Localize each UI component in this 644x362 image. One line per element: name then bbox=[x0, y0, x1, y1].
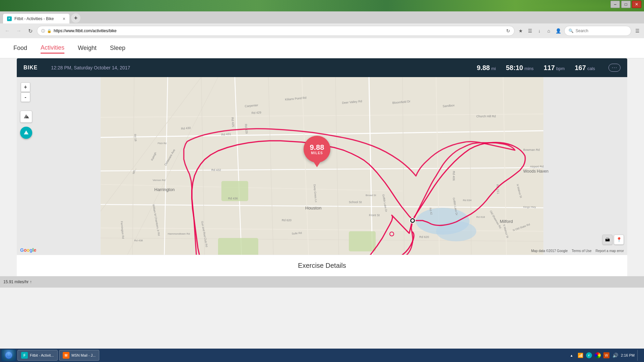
fitbit-tray-icon[interactable]: F bbox=[586, 352, 592, 358]
svg-text:Rd 432: Rd 432 bbox=[211, 168, 221, 172]
profile-icon[interactable]: 👤 bbox=[554, 27, 562, 35]
svg-text:Milford: Milford bbox=[500, 219, 513, 224]
more-options-button[interactable]: ··· bbox=[608, 64, 621, 72]
google-logo: Google bbox=[20, 247, 36, 253]
terms-link[interactable]: Terms of Use bbox=[572, 249, 592, 253]
svg-text:Kings Hwy: Kings Hwy bbox=[523, 205, 536, 208]
taskbar-msn-item[interactable]: M MSN Mail - J... bbox=[59, 350, 99, 361]
clock-time: 2:16 PM bbox=[621, 353, 635, 358]
tray-expand-icon[interactable]: ▲ bbox=[569, 352, 575, 358]
duration-value: 58:10 bbox=[506, 64, 523, 72]
network-icon[interactable]: 📶 bbox=[577, 352, 583, 358]
tab-title: Fitbit - Activities - Bike bbox=[14, 16, 54, 21]
color-tray-icon[interactable] bbox=[595, 352, 601, 358]
system-clock[interactable]: 2:16 PM bbox=[621, 353, 635, 358]
tab-close-icon[interactable]: × bbox=[63, 16, 65, 21]
close-button[interactable]: ✕ bbox=[632, 1, 641, 8]
show-desktop-button[interactable] bbox=[637, 350, 640, 361]
svg-text:Rd 406: Rd 406 bbox=[452, 171, 455, 181]
svg-point-23 bbox=[436, 221, 476, 241]
bookmark-list-icon[interactable]: ☰ bbox=[526, 27, 534, 35]
nav-activities[interactable]: Activities bbox=[41, 43, 64, 54]
minimize-button[interactable]: – bbox=[610, 1, 620, 8]
svg-text:Rd 438: Rd 438 bbox=[134, 239, 143, 242]
svg-text:Church Hill Rd: Church Hill Rd bbox=[476, 115, 496, 118]
svg-text:School St: School St bbox=[349, 200, 362, 204]
calories-stat: 167 cals bbox=[575, 64, 595, 72]
overflow-menu-icon[interactable]: ☰ bbox=[633, 27, 641, 35]
svg-rect-26 bbox=[349, 231, 376, 251]
nav-weight[interactable]: Weight bbox=[78, 43, 97, 53]
svg-text:Rd 429: Rd 429 bbox=[252, 111, 262, 115]
address-input[interactable] bbox=[54, 28, 504, 33]
svg-marker-81 bbox=[24, 130, 29, 134]
badge-miles-value: 9.88 bbox=[310, 144, 324, 151]
tab-favicon: F bbox=[7, 16, 12, 21]
report-error-link[interactable]: Report a map error bbox=[596, 249, 624, 253]
activity-datetime: 12:28 PM, Saturday October 14, 2017 bbox=[51, 65, 130, 70]
svg-text:Airport Rd: Airport Rd bbox=[530, 165, 544, 168]
svg-text:Rd 618: Rd 618 bbox=[476, 216, 485, 219]
activity-type-label: BIKE bbox=[23, 65, 38, 71]
svg-text:Pitch Rd: Pitch Rd bbox=[158, 142, 167, 144]
zoom-in-button[interactable]: + bbox=[21, 82, 30, 92]
search-bar[interactable]: 🔍 bbox=[564, 26, 631, 36]
bookmark-star-icon[interactable]: ★ bbox=[517, 27, 525, 35]
home-icon[interactable]: ⌂ bbox=[545, 27, 553, 35]
reload-button[interactable]: ↻ bbox=[25, 26, 35, 36]
new-tab-button[interactable]: + bbox=[71, 13, 80, 23]
zoom-out-button[interactable]: - bbox=[21, 93, 30, 102]
maximize-button[interactable]: □ bbox=[621, 1, 631, 8]
browser-tab-fitbit[interactable]: F Fitbit - Activities - Bike × bbox=[3, 13, 70, 23]
distance-value: 9.88 bbox=[477, 64, 490, 72]
download-icon[interactable]: ↓ bbox=[535, 27, 543, 35]
svg-text:Vernon Rd: Vernon Rd bbox=[153, 179, 165, 182]
svg-text:Harrington: Harrington bbox=[154, 187, 175, 192]
svg-text:Houston: Houston bbox=[305, 205, 321, 210]
exercise-details-title: Exercise Details bbox=[298, 262, 346, 269]
svg-text:Rd 436: Rd 436 bbox=[228, 197, 238, 200]
speed-status: 15.91 miles/hr ↑ bbox=[3, 280, 32, 284]
search-icon: 🔍 bbox=[569, 28, 574, 33]
taskbar-fitbit-item[interactable]: F Fitbit - Activit... bbox=[17, 350, 58, 361]
address-reload-icon[interactable]: ↻ bbox=[506, 28, 510, 34]
sound-icon[interactable]: 🔊 bbox=[612, 352, 618, 358]
distance-stat: 9.88 mi bbox=[477, 64, 496, 72]
msn-taskbar-label: MSN Mail - J... bbox=[71, 353, 96, 357]
bpm-value: 117 bbox=[544, 64, 555, 72]
terrain-button[interactable] bbox=[20, 111, 32, 123]
forward-button[interactable]: → bbox=[14, 26, 23, 36]
bpm-stat: 117 bpm bbox=[544, 64, 565, 72]
address-bar[interactable]: ⓘ 🔒 ↻ bbox=[37, 26, 515, 36]
fitbit-taskbar-label: Fitbit - Activit... bbox=[30, 353, 54, 357]
nav-food[interactable]: Food bbox=[13, 43, 27, 53]
svg-text:Rd 620: Rd 620 bbox=[419, 235, 429, 239]
svg-text:Bowman Rd: Bowman Rd bbox=[523, 148, 540, 152]
badge-miles-label: MILES bbox=[311, 151, 323, 155]
start-button[interactable] bbox=[1, 349, 16, 361]
map-view-toggle: 🏔 📍 bbox=[602, 235, 624, 245]
svg-point-77 bbox=[411, 219, 414, 222]
nav-sleep[interactable]: Sleep bbox=[110, 43, 125, 53]
calories-unit: cals bbox=[587, 66, 595, 71]
map-location-toggle[interactable]: 📍 bbox=[614, 235, 624, 245]
svg-text:Hammondtown Rd: Hammondtown Rd bbox=[168, 232, 190, 235]
distance-unit: mi bbox=[491, 66, 496, 71]
security-icon: ⓘ bbox=[41, 28, 45, 34]
svg-text:Front St: Front St bbox=[369, 214, 380, 217]
duration-unit: mins bbox=[524, 66, 533, 71]
search-input[interactable] bbox=[576, 28, 627, 33]
distance-badge: 9.88 MILES bbox=[304, 136, 330, 163]
fitbit-taskbar-icon: F bbox=[21, 352, 28, 359]
back-button[interactable]: ← bbox=[3, 26, 12, 36]
windows-security-icon[interactable]: W bbox=[603, 352, 609, 358]
duration-stat: 58:10 mins bbox=[506, 64, 534, 72]
calories-value: 167 bbox=[575, 64, 586, 72]
svg-text:Rd 620: Rd 620 bbox=[282, 219, 291, 222]
map-attribution: Map data ©2017 Google Terms of Use Repor… bbox=[531, 249, 624, 253]
fitbit-map-button[interactable] bbox=[20, 127, 32, 139]
map-terrain-toggle[interactable]: 🏔 bbox=[602, 235, 612, 245]
msn-taskbar-icon: M bbox=[63, 352, 69, 359]
lock-icon: 🔒 bbox=[47, 29, 52, 33]
svg-text:Rd 634: Rd 634 bbox=[463, 199, 472, 202]
